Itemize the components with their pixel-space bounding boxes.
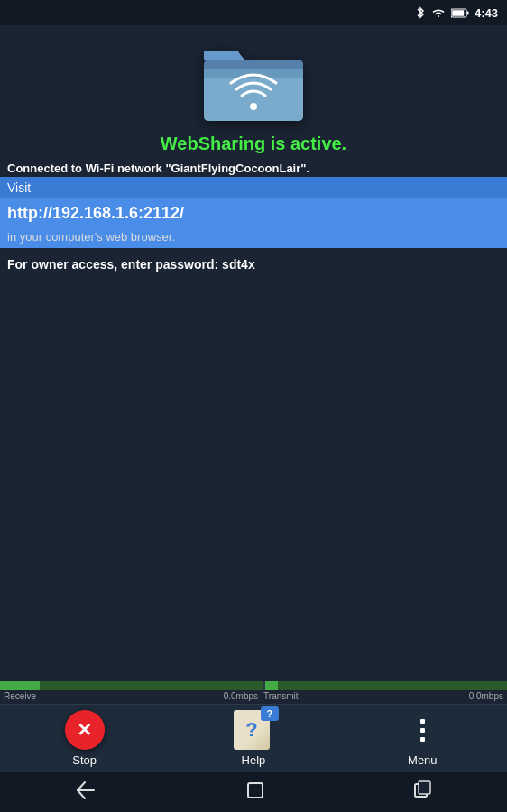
back-button[interactable] (74, 780, 97, 804)
recents-icon (413, 780, 433, 800)
browser-text: in your computer's web browser. (0, 228, 507, 248)
receive-bar (0, 681, 263, 690)
svg-rect-2 (452, 10, 464, 16)
receive-label: Receive (4, 691, 36, 701)
stop-button[interactable]: Stop (1, 710, 168, 767)
status-icons: 4:43 (415, 6, 498, 20)
wifi-status-icon (431, 7, 446, 18)
app-icon-area (0, 25, 507, 134)
help-icon (234, 710, 273, 750)
svg-rect-1 (466, 11, 468, 14)
transmit-label-group: Transmit 0.0mbps (263, 691, 503, 701)
receive-speed: 0.0mbps (224, 691, 258, 701)
nav-bar (0, 772, 507, 812)
transmit-speed: 0.0mbps (469, 691, 503, 701)
home-button[interactable] (245, 780, 265, 804)
network-name: "GiantFlyingCocoonLair". (165, 161, 309, 175)
help-bubble (261, 706, 279, 721)
url-text: http://192.168.1.6:2112/ (7, 204, 184, 222)
password-prefix: For owner access, enter password: (7, 257, 222, 272)
active-label: WebSharing is active. (0, 134, 507, 154)
status-time: 4:43 (475, 6, 498, 20)
progress-section: Receive 0.0mbps Transmit 0.0mbps (0, 679, 507, 704)
status-bar: 4:43 (0, 0, 507, 25)
svg-rect-8 (248, 783, 263, 798)
menu-button[interactable]: Menu (339, 710, 506, 767)
menu-dot-2 (420, 728, 425, 733)
password-value: sdt4x (222, 257, 255, 272)
password-text: For owner access, enter password: sdt4x (0, 248, 507, 281)
svg-rect-10 (419, 781, 430, 794)
connected-text: Connected to Wi-Fi network "GiantFlyingC… (0, 161, 507, 175)
svg-point-6 (250, 103, 257, 110)
receive-label-group: Receive 0.0mbps (4, 691, 263, 701)
battery-icon (451, 8, 469, 18)
transmit-bar (265, 681, 507, 690)
receive-fill (0, 681, 40, 690)
visit-bar: Visit (0, 177, 507, 198)
help-label: Help (242, 753, 266, 767)
transmit-fill (265, 681, 277, 690)
recents-button[interactable] (413, 780, 433, 804)
home-icon (245, 780, 265, 800)
help-button[interactable]: Help (170, 710, 336, 767)
transmit-label: Transmit (263, 691, 299, 701)
stop-icon (65, 710, 105, 750)
bluetooth-icon (415, 6, 426, 19)
bottom-toolbar: Stop Help Menu (0, 704, 507, 772)
visit-label: Visit (7, 180, 31, 195)
svg-rect-4 (204, 70, 303, 121)
folder-wifi-icon (204, 43, 303, 125)
progress-bars (0, 681, 507, 690)
url-bar[interactable]: http://192.168.1.6:2112/ (0, 198, 507, 228)
menu-dot-1 (420, 719, 425, 724)
back-icon (74, 780, 97, 800)
connected-prefix: Connected to Wi-Fi network (7, 161, 165, 175)
menu-icon (420, 710, 425, 750)
stop-label: Stop (72, 753, 97, 767)
menu-dot-3 (420, 737, 425, 742)
progress-labels: Receive 0.0mbps Transmit 0.0mbps (0, 690, 507, 702)
menu-label: Menu (408, 753, 438, 767)
